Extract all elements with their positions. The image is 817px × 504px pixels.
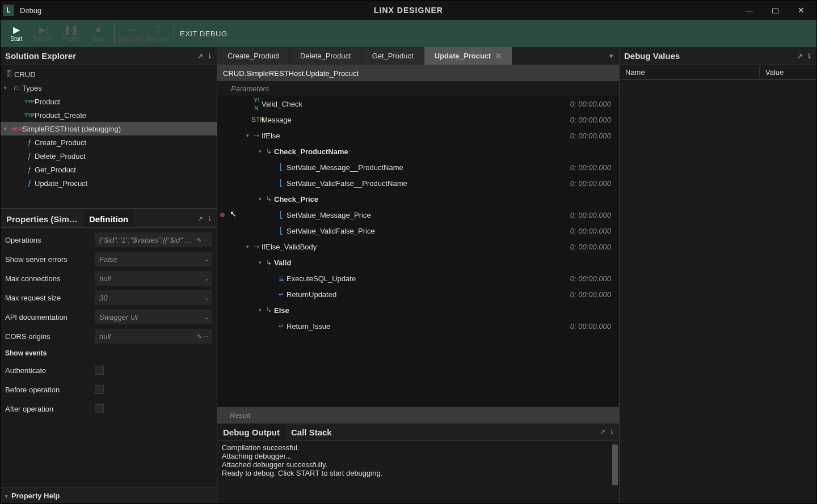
tree-row[interactable]: ƒCreate_Product xyxy=(1,135,217,149)
editor-tab[interactable]: Get_Product xyxy=(362,47,424,65)
property-value[interactable]: 30⌄ xyxy=(95,290,212,305)
editor-tab[interactable]: Update_Procuct✕ xyxy=(424,47,512,65)
editor-tab[interactable]: Create_Product xyxy=(217,47,289,65)
checkbox[interactable] xyxy=(95,404,104,413)
flow-row[interactable]: ▾↳Else xyxy=(217,302,619,318)
flow-row[interactable]: ▾⇢IfElse0; 00:00.000 xyxy=(217,128,619,143)
tab-call-stack[interactable]: Call Stack xyxy=(285,424,338,441)
pin-icon[interactable]: ⇂ xyxy=(609,428,614,436)
step-over-button[interactable]: ⤻ Step Over xyxy=(117,21,144,46)
exit-debug-button[interactable]: EXIT DEBUG xyxy=(180,29,228,38)
flow-row[interactable]: ⎣SetValue_ValidFalse__ProductName0; 00:0… xyxy=(217,175,619,191)
flow-time: 0; 00:00.000 xyxy=(570,163,611,172)
debug-values-columns: Name Value xyxy=(620,65,816,80)
tree-row[interactable]: TYPProduct xyxy=(1,95,217,108)
resume-button[interactable]: ▶| Resume xyxy=(30,21,57,46)
popout-icon[interactable]: ↗ xyxy=(797,52,803,60)
popout-icon[interactable]: ↗ xyxy=(197,52,203,60)
flow-row[interactable]: ʏ/ɴValid_Check0; 00:00.000 xyxy=(217,96,619,112)
scrollbar-thumb[interactable] xyxy=(612,444,618,485)
flow-row[interactable]: ▾↳Valid xyxy=(217,255,619,270)
tree-row[interactable]: ▾🗀Types xyxy=(1,81,217,95)
property-value[interactable]: null✎ ⋯ xyxy=(95,329,212,344)
flow-name: SetValue_Message__ProductName xyxy=(287,163,570,172)
editor-tab[interactable]: Delete_Product xyxy=(290,47,361,65)
tree-row[interactable]: 🗄CRUD xyxy=(1,67,217,81)
pin-icon[interactable]: ⇂ xyxy=(207,52,212,60)
tab-menu-icon[interactable]: ▾ xyxy=(604,47,619,65)
app-icon: L xyxy=(3,5,14,16)
stop-button[interactable]: ■ Stop xyxy=(85,21,112,46)
step-into-button[interactable]: ⤵ Step Into xyxy=(144,21,171,46)
maximize-button[interactable]: ▢ xyxy=(762,1,788,20)
menu-debug[interactable]: Debug xyxy=(20,6,41,15)
property-label: Max connections xyxy=(5,274,90,283)
flow-row[interactable]: ⎣SetValue_ValidFalse_Price0; 00:00.000 xyxy=(217,223,619,239)
column-value[interactable]: Value xyxy=(760,68,816,77)
checkbox[interactable] xyxy=(95,366,104,375)
debug-output[interactable]: Compilation successful. Attaching debugg… xyxy=(217,441,619,503)
step-over-icon: ⤻ xyxy=(127,26,134,35)
property-row: Operations{"$id":"1","$values":[{"$id" …… xyxy=(1,230,217,249)
tree-row[interactable]: TYPProduct_Create xyxy=(1,108,217,122)
pause-button[interactable]: ❚❚ Pause xyxy=(57,21,85,46)
solution-tree[interactable]: 🗄CRUD▾🗀TypesTYPProductTYPProduct_Create▾… xyxy=(1,65,217,208)
flow-row[interactable]: ⎣SetValue_Message__ProductName0; 00:00.0… xyxy=(217,159,619,175)
tab-debug-output[interactable]: Debug Output xyxy=(217,424,285,441)
property-label: API documentation xyxy=(5,313,90,321)
tree-row[interactable]: ▾RESTSimpleRESTHost (debugging) xyxy=(1,122,217,135)
tab-properties[interactable]: Properties (Sim… xyxy=(1,211,83,227)
flow-row[interactable]: ▾↳Check_ProductName xyxy=(217,143,619,159)
flow-row[interactable]: ▾↳Check_Price xyxy=(217,191,619,207)
flow-time: 0; 00:00.000 xyxy=(570,211,611,219)
close-icon[interactable]: ✕ xyxy=(495,52,502,60)
flow-row[interactable]: STRMessage0; 00:00.000 xyxy=(217,112,619,128)
branch-icon: ↳ xyxy=(264,195,274,203)
property-row: Max connectionsnull⌄ xyxy=(1,269,217,288)
property-label: Show server errors xyxy=(5,255,90,264)
properties-list: Operations{"$id":"1","$values":[{"$id" …… xyxy=(1,228,217,488)
debug-values-title: Debug Values xyxy=(624,51,680,61)
flow-row[interactable]: ↵ReturnUpdated0; 00:00.000 xyxy=(217,286,619,302)
solution-explorer-title: Solution Explorer xyxy=(5,51,76,61)
parameters-label: Parameters xyxy=(217,81,619,96)
flow-row[interactable]: ↵Return_Issue0; 00:00.000 xyxy=(217,318,619,334)
resume-label: Resume xyxy=(33,36,54,42)
flow-row[interactable]: ≣ExecuteSQL_Update0; 00:00.000 xyxy=(217,270,619,286)
step-into-icon: ⤵ xyxy=(155,26,160,35)
property-value[interactable]: Swagger UI⌄ xyxy=(95,310,212,324)
editor-column: Create_ProductDelete_ProductGet_ProductU… xyxy=(217,47,619,503)
property-value[interactable]: null⌄ xyxy=(95,271,212,286)
property-value[interactable]: False⌄ xyxy=(95,252,212,266)
tree-row[interactable]: ƒGet_Product xyxy=(1,163,217,176)
tab-definition[interactable]: Definition xyxy=(83,211,134,227)
pin-icon[interactable]: ⇂ xyxy=(806,52,812,60)
property-row: Authenticate xyxy=(1,361,217,380)
flow-name: Check_Price xyxy=(274,195,611,204)
property-help-bar[interactable]: ▾ Property Help xyxy=(1,488,217,503)
set-icon: ⎣ xyxy=(276,211,287,219)
flow-view[interactable]: ʏ/ɴValid_Check0; 00:00.000STRMessage0; 0… xyxy=(217,96,619,407)
debug-values-header: Debug Values ↗ ⇂ xyxy=(620,47,816,65)
breakpoint-icon[interactable] xyxy=(220,213,225,217)
pin-icon[interactable]: ⇂ xyxy=(207,215,212,223)
popout-icon[interactable]: ↗ xyxy=(197,215,203,223)
bottom-tabrow: Debug Output Call Stack ↗ ⇂ xyxy=(217,423,619,441)
property-label: Authenticate xyxy=(5,366,90,375)
column-name[interactable]: Name xyxy=(620,68,760,77)
flow-row[interactable]: ▾⇢IfElse_ValidBody0; 00:00.000 xyxy=(217,239,619,255)
property-value[interactable]: {"$id":"1","$values":[{"$id" …✎ ⋯ xyxy=(95,232,212,247)
popout-icon[interactable]: ↗ xyxy=(600,428,605,436)
start-button[interactable]: ▶ Start xyxy=(3,21,30,46)
flow-name: SetValue_ValidFalse_Price xyxy=(287,227,570,235)
show-events-label: Show events xyxy=(1,346,217,361)
flow-name: ExecuteSQL_Update xyxy=(287,274,570,283)
checkbox[interactable] xyxy=(95,385,104,394)
close-button[interactable]: ✕ xyxy=(788,1,814,20)
flow-row[interactable]: ⎣SetValue_Message_Price0; 00:00.000 xyxy=(217,207,619,223)
minimize-button[interactable]: — xyxy=(736,1,762,20)
cond-icon: ⇢ xyxy=(251,243,262,251)
var-icon: ʏ/ɴ xyxy=(251,96,262,112)
tree-row[interactable]: ƒDelete_Product xyxy=(1,149,217,163)
tree-row[interactable]: ƒUpdate_Procuct xyxy=(1,176,217,190)
